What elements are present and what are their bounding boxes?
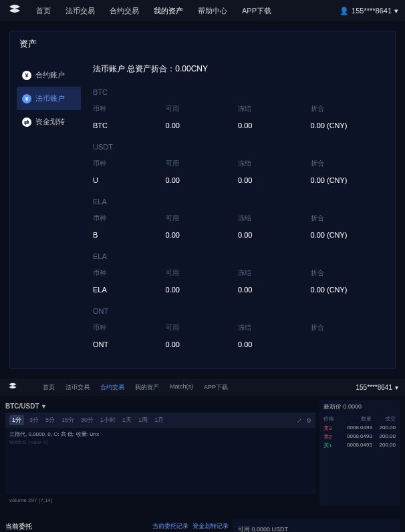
user-icon: 👤 <box>340 7 349 15</box>
chart-sub: MA5:0 (new 0) <box>9 439 311 445</box>
link-transfer-history[interactable]: 资金划转记录 <box>192 522 229 531</box>
nav-fiat[interactable]: 法币交易 <box>65 6 95 16</box>
wallet-icon: ¥ <box>22 94 31 103</box>
logo[interactable] <box>7 4 23 17</box>
timeframe-15分[interactable]: 15分 <box>60 416 76 425</box>
coin-section-header: BTC <box>93 84 383 100</box>
chevron-down-icon: ▾ <box>394 7 398 15</box>
chart-meta: 三指代, 0.0000, 0, O: 高 低: 收量: Unx <box>9 431 311 438</box>
sidebar-item-contract[interactable]: ¥ 合约账户 <box>17 63 81 87</box>
timeframe-1周[interactable]: 1周 <box>137 416 149 425</box>
sidebar-item-transfer[interactable]: ⇄ 资金划转 <box>17 110 81 134</box>
coin-row: U0.000.000.00 (CNY) <box>93 172 383 188</box>
coin-row: BTC0.000.000.00 (CNY) <box>93 117 383 134</box>
user-label: 155****8641 <box>356 384 393 391</box>
expand-icon[interactable]: ⤢ <box>297 417 302 424</box>
timeframe-5分[interactable]: 5分 <box>44 416 56 425</box>
coin-section-header: USDT <box>93 139 383 155</box>
timeframe-3分[interactable]: 3分 <box>28 416 40 425</box>
coin-section-header: ONT <box>93 303 383 319</box>
available-balance: 可用 0.0000 USDT <box>238 523 394 532</box>
user-label: 155****8641 <box>352 7 392 15</box>
chart-foot: volume 297 (7,14) <box>5 495 315 506</box>
coin-row: B0.000.000.00 (CNY) <box>93 227 383 243</box>
nav-home[interactable]: 首页 <box>43 383 55 392</box>
delegate-title: 当前委托 <box>5 522 32 531</box>
coin-section-header: ELA <box>93 194 383 210</box>
nav-contract[interactable]: 合约交易 <box>100 383 124 392</box>
book-title: 最新价 0.0000 <box>319 400 400 414</box>
settings-icon[interactable]: ⚙ <box>306 417 311 424</box>
book-header: 价格 数量 成交 <box>319 414 400 424</box>
sidebar-item-fiat[interactable]: ¥ 法币账户 <box>17 87 81 110</box>
nav-home[interactable]: 首页 <box>36 6 51 16</box>
chevron-down-icon[interactable]: ▾ <box>42 403 45 410</box>
logo[interactable] <box>7 382 19 392</box>
nav-download[interactable]: APP下载 <box>204 383 228 392</box>
timeframe-1小时[interactable]: 1小时 <box>99 416 117 425</box>
sidebar-item-label: 资金划转 <box>35 117 65 127</box>
timeframe-1天[interactable]: 1天 <box>121 416 133 425</box>
timeframe-1月[interactable]: 1月 <box>153 416 165 425</box>
orderbook-row[interactable]: 卖30008.0493200.00 <box>319 424 400 433</box>
timeframe-30分[interactable]: 30分 <box>80 416 95 425</box>
user-menu[interactable]: 155****8641 ▾ <box>356 384 399 391</box>
pair-label: BTC/USDT <box>5 403 39 410</box>
sidebar-item-label: 法币账户 <box>35 93 65 103</box>
timeframe-1分[interactable]: 1分 <box>9 415 24 425</box>
nav-fiat[interactable]: 法币交易 <box>65 383 90 392</box>
nav-contract[interactable]: 合约交易 <box>110 6 139 16</box>
coin-row: ELA0.000.000.00 (CNY) <box>93 282 383 298</box>
nav-assets[interactable]: 我的资产 <box>135 383 159 392</box>
main-title: 法币账户 总资产折合：0.00CNY <box>88 63 388 81</box>
nav-match[interactable]: Match(s) <box>170 383 193 392</box>
orderbook-row[interactable]: 卖20008.0493200.00 <box>319 433 400 441</box>
link-delegate-history[interactable]: 当前委托记录 <box>152 522 188 531</box>
nav-download[interactable]: APP下载 <box>242 6 271 16</box>
kline-chart[interactable]: 三指代, 0.0000, 0, O: 高 低: 收量: Unx MA5:0 (n… <box>5 428 315 495</box>
coin-section-header: ELA <box>93 248 383 264</box>
transfer-icon: ⇄ <box>22 117 31 127</box>
orderbook-row[interactable]: 买10008.0493200.00 <box>319 441 400 450</box>
coin-row: ONT0.000.00 <box>93 336 383 352</box>
sidebar-item-label: 合约账户 <box>35 70 65 80</box>
nav-help[interactable]: 帮助中心 <box>198 6 227 16</box>
wallet-icon: ¥ <box>22 71 31 80</box>
chevron-down-icon: ▾ <box>395 384 398 391</box>
nav-assets[interactable]: 我的资产 <box>154 6 183 16</box>
user-menu[interactable]: 👤 155****8641 ▾ <box>340 7 398 15</box>
panel-title: 资产 <box>10 31 395 57</box>
